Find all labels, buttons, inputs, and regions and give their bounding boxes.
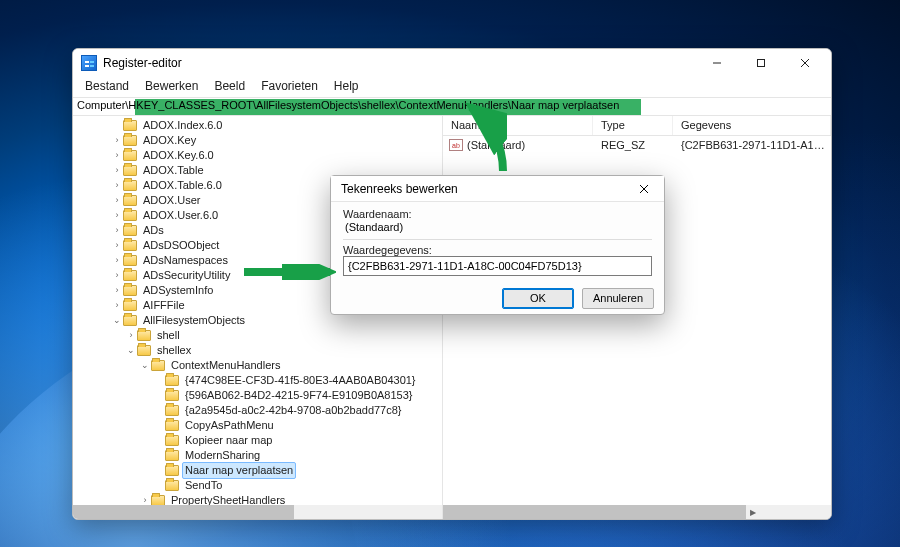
close-button[interactable] [783, 49, 827, 77]
folder-icon [165, 465, 179, 476]
tree-node-label: ModernSharing [182, 448, 263, 463]
cancel-button[interactable]: Annuleren [582, 288, 654, 309]
tree-node-label: ADOX.User [140, 193, 203, 208]
maximize-button[interactable] [739, 49, 783, 77]
chevron-right-icon[interactable]: › [111, 298, 123, 313]
tree-node-label: ADsNamespaces [140, 253, 231, 268]
tree-node[interactable]: SendTo [75, 478, 442, 493]
chevron-right-icon[interactable]: › [111, 238, 123, 253]
folder-icon [165, 450, 179, 461]
chevron-right-icon[interactable]: › [111, 208, 123, 223]
chevron-right-icon[interactable]: › [111, 148, 123, 163]
tree-node-label: ADsSecurityUtility [140, 268, 233, 283]
folder-icon [123, 165, 137, 176]
value-data-input[interactable] [343, 256, 652, 276]
folder-icon [165, 390, 179, 401]
tree-node-label: Naar map verplaatsen [182, 462, 296, 479]
tree-node[interactable]: {596AB062-B4D2-4215-9F74-E9109B0A8153} [75, 388, 442, 403]
folder-icon [123, 180, 137, 191]
app-icon [81, 55, 97, 71]
tree-node-label: ADsDSOObject [140, 238, 222, 253]
address-bar[interactable]: Computer\HKEY_CLASSES_ROOT\AllFilesystem… [73, 97, 831, 115]
folder-icon [165, 435, 179, 446]
folder-icon [165, 375, 179, 386]
col-type[interactable]: Type [593, 116, 673, 135]
chevron-right-icon[interactable]: › [139, 493, 151, 505]
chevron-down-icon[interactable]: ⌄ [125, 343, 137, 358]
chevron-right-icon[interactable]: › [111, 223, 123, 238]
tree-node[interactable]: Naar map verplaatsen [75, 463, 442, 478]
value-data: {C2FBB631-2971-11D1-A1… [673, 139, 831, 151]
value-name: (Standaard) [467, 139, 525, 151]
tree-node[interactable]: ›PropertySheetHandlers [75, 493, 442, 505]
tree-node-label: CopyAsPathMenu [182, 418, 277, 433]
menubar: Bestand Bewerken Beeld Favorieten Help [73, 77, 831, 97]
dialog-close-button[interactable] [630, 178, 658, 200]
tree-node[interactable]: ⌄AllFilesystemObjects [75, 313, 442, 328]
menu-favorites[interactable]: Favorieten [253, 77, 326, 97]
tree-node[interactable]: ModernSharing [75, 448, 442, 463]
chevron-right-icon[interactable]: › [111, 163, 123, 178]
chevron-right-icon[interactable]: › [111, 178, 123, 193]
chevron-down-icon[interactable]: ⌄ [139, 358, 151, 373]
column-headers[interactable]: Naam Type Gegevens [443, 116, 831, 136]
tree-node-label: shell [154, 328, 183, 343]
svg-rect-1 [758, 60, 765, 67]
tree-node[interactable]: {a2a9545d-a0c2-42b4-9708-a0b2badd77c8} [75, 403, 442, 418]
folder-icon [151, 360, 165, 371]
folder-icon [151, 495, 165, 505]
tree-node-label: ADOX.Table.6.0 [140, 178, 225, 193]
minimize-button[interactable] [695, 49, 739, 77]
folder-icon [123, 285, 137, 296]
tree-node[interactable]: ⌄shellex [75, 343, 442, 358]
tree-node[interactable]: ⌄ContextMenuHandlers [75, 358, 442, 373]
chevron-right-icon[interactable]: › [111, 193, 123, 208]
values-hscrollbar[interactable]: ▶ [443, 505, 831, 519]
tree-node[interactable]: ›ADOX.Key [75, 133, 442, 148]
value-row[interactable]: ab (Standaard) REG_SZ {C2FBB631-2971-11D… [443, 136, 831, 154]
tree-node-label: shellex [154, 343, 194, 358]
tree-node[interactable]: ›ADOX.Key.6.0 [75, 148, 442, 163]
menu-edit[interactable]: Bewerken [137, 77, 206, 97]
tree-node-label: ADSystemInfo [140, 283, 216, 298]
tree-node-label: ADOX.Key [140, 133, 199, 148]
menu-view[interactable]: Beeld [206, 77, 253, 97]
edit-string-dialog: Tekenreeks bewerken Waardenaam: (Standaa… [330, 175, 665, 315]
ok-button[interactable]: OK [502, 288, 574, 309]
chevron-down-icon[interactable]: ⌄ [111, 313, 123, 328]
folder-icon [137, 330, 151, 341]
chevron-right-icon[interactable]: › [125, 328, 137, 343]
folder-icon [123, 315, 137, 326]
menu-file[interactable]: Bestand [77, 77, 137, 97]
tree-node-label: SendTo [182, 478, 225, 493]
col-name[interactable]: Naam [443, 116, 593, 135]
chevron-right-icon[interactable]: › [111, 253, 123, 268]
menu-help[interactable]: Help [326, 77, 367, 97]
dialog-title: Tekenreeks bewerken [341, 182, 630, 196]
scroll-right-icon[interactable]: ▶ [746, 505, 760, 519]
tree-node[interactable]: {474C98EE-CF3D-41f5-80E3-4AAB0AB04301} [75, 373, 442, 388]
folder-icon [123, 195, 137, 206]
string-value-icon: ab [449, 139, 463, 151]
folder-icon [123, 120, 137, 131]
window-title: Register-editor [103, 56, 182, 70]
folder-icon [123, 270, 137, 281]
value-data-label: Waardegegevens: [343, 244, 652, 256]
tree-node-label: ADOX.Index.6.0 [140, 118, 226, 133]
chevron-right-icon[interactable]: › [111, 268, 123, 283]
tree-node[interactable]: Kopieer naar map [75, 433, 442, 448]
folder-icon [137, 345, 151, 356]
folder-icon [123, 300, 137, 311]
tree-node[interactable]: ›shell [75, 328, 442, 343]
chevron-right-icon[interactable]: › [111, 133, 123, 148]
tree-hscrollbar[interactable] [73, 505, 442, 519]
folder-icon [123, 225, 137, 236]
folder-icon [123, 210, 137, 221]
tree-node[interactable]: CopyAsPathMenu [75, 418, 442, 433]
col-data[interactable]: Gegevens [673, 116, 831, 135]
tree-node[interactable]: ADOX.Index.6.0 [75, 118, 442, 133]
tree-node-label: ContextMenuHandlers [168, 358, 283, 373]
folder-icon [123, 255, 137, 266]
tree-node-label: {596AB062-B4D2-4215-9F74-E9109B0A8153} [182, 388, 416, 403]
chevron-right-icon[interactable]: › [111, 283, 123, 298]
